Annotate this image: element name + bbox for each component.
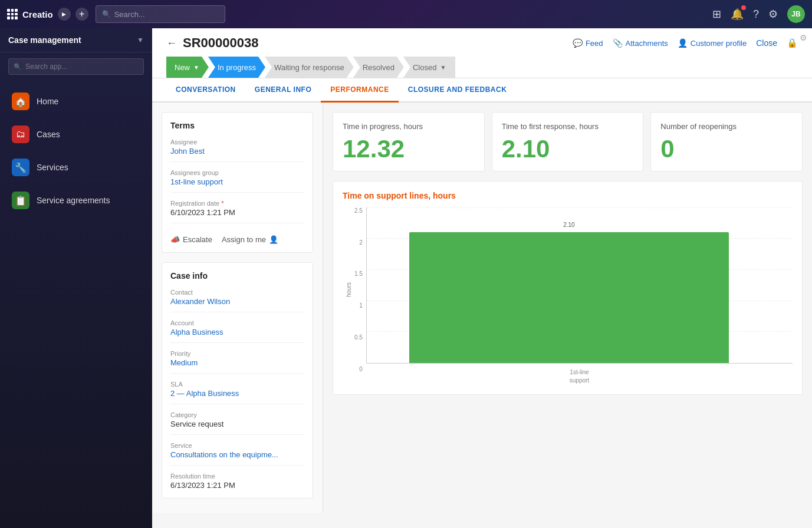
y-axis-label-1: 1 [359, 302, 363, 309]
status-step-inprogress[interactable]: In progress [208, 57, 265, 78]
help-icon[interactable]: ? [753, 8, 759, 21]
tab-performance[interactable]: PERFORMANCE [321, 78, 399, 103]
sidebar-item-home[interactable]: 🏠 Home [4, 85, 149, 117]
lock-icon[interactable]: 🔒 [787, 38, 798, 48]
settings-icon[interactable]: ⚙ [768, 8, 778, 21]
metrics-row: Time in progress, hours 12.32 Time to fi… [333, 112, 803, 171]
priority-value[interactable]: Medium [170, 358, 304, 367]
left-panel: Terms Assignee John Best Assignees group… [152, 103, 323, 513]
play-button[interactable]: ▶ [58, 8, 71, 21]
contact-value[interactable]: Alexander Wilson [170, 297, 304, 306]
status-bar: New ▼ In progress Waiting for response R… [166, 57, 798, 78]
sidebar-dropdown-icon[interactable]: ▼ [137, 36, 144, 44]
sidebar-item-services[interactable]: 🔧 Services [4, 151, 149, 183]
metric-value-time-in-progress: 12.32 [343, 137, 475, 161]
metric-card-reopenings: Number of reopenings 0 [650, 112, 803, 171]
right-panel: Time in progress, hours 12.32 Time to fi… [323, 103, 812, 513]
resolution-time-value: 6/13/2023 1:21 PM [170, 481, 304, 490]
sidebar-item-cases[interactable]: 🗂 Cases [4, 118, 149, 150]
customer-profile-icon: 👤 [678, 38, 688, 48]
chart-title: Time on support lines, hours [343, 191, 793, 200]
resolution-time-field: Resolution time 6/13/2023 1:21 PM [170, 473, 304, 490]
contact-label: Contact [170, 289, 304, 296]
status-dropdown-new[interactable]: ▼ [193, 64, 199, 71]
status-label-resolved: Resolved [363, 63, 395, 72]
grid-icon[interactable] [7, 9, 18, 19]
add-button[interactable]: + [75, 8, 88, 21]
avatar[interactable]: JB [787, 5, 805, 23]
chart-bar-value-label: 2.10 [563, 222, 574, 228]
back-button[interactable]: ← [166, 38, 177, 48]
customer-profile-link[interactable]: 👤 Customer profile [678, 38, 747, 48]
y-axis-label-25: 2.5 [354, 207, 363, 214]
attachments-link[interactable]: 📎 Attachments [613, 38, 668, 48]
chart-y-axis-label: hours [346, 282, 352, 297]
service-label: Service [170, 442, 304, 449]
page-settings-icon[interactable]: ⚙ [800, 33, 807, 42]
metric-label-reopenings: Number of reopenings [660, 122, 793, 132]
escalate-button[interactable]: 📣 Escalate [170, 235, 212, 244]
account-value[interactable]: Alpha Business [170, 328, 304, 336]
status-dropdown-closed[interactable]: ▼ [440, 64, 446, 71]
assign-to-me-button[interactable]: Assign to me 👤 [222, 235, 278, 244]
metric-value-first-response: 2.10 [502, 137, 634, 161]
feed-link[interactable]: 💬 Feed [573, 38, 603, 48]
page-title: SR00000038 [183, 35, 258, 51]
chart-bar-1st-line: 2.10 [409, 232, 729, 363]
status-step-waiting[interactable]: Waiting for response [265, 57, 354, 78]
chart-card: Time on support lines, hours hours 2.5 2… [333, 181, 803, 395]
chart-plot: 2.10 [366, 207, 793, 364]
attachments-label: Attachments [626, 39, 668, 48]
global-search[interactable]: 🔍 [96, 5, 225, 23]
assign-icon: 👤 [269, 235, 278, 244]
service-value[interactable]: Consultations on the equipme... [170, 450, 304, 459]
tab-conversation[interactable]: CONVERSATION [166, 78, 245, 103]
notification-icon[interactable]: 🔔 [731, 8, 744, 21]
registration-date-field: Registration date * 6/10/2023 1:21 PM [170, 200, 304, 223]
tab-closure-feedback[interactable]: CLOSURE AND FEEDBACK [399, 78, 517, 103]
gridline-1 [367, 207, 793, 208]
resolution-time-label: Resolution time [170, 473, 304, 480]
sidebar-search-input[interactable] [25, 62, 139, 71]
sidebar-title: Case management [8, 35, 81, 45]
y-axis-label-2: 2 [359, 239, 363, 246]
assignee-value[interactable]: John Best [170, 147, 304, 156]
assignees-group-value[interactable]: 1st-line support [170, 177, 304, 186]
notification-badge [741, 5, 746, 10]
status-step-resolved[interactable]: Resolved [353, 57, 404, 78]
tab-general-info[interactable]: GENERAL INFO [245, 78, 321, 103]
priority-label: Priority [170, 350, 304, 357]
metric-label-time-in-progress: Time in progress, hours [343, 122, 475, 132]
status-step-closed[interactable]: Closed ▼ [403, 57, 455, 78]
home-icon: 🏠 [12, 93, 29, 110]
feed-label: Feed [586, 39, 603, 48]
sidebar-search-box[interactable]: 🔍 [8, 58, 144, 75]
status-label-closed: Closed [413, 63, 436, 72]
y-axis-label-05: 0.5 [354, 334, 363, 341]
search-input[interactable] [114, 10, 219, 19]
nav-right: ⊞ 🔔 ? ⚙ JB [712, 5, 805, 23]
metric-card-first-response: Time to first response, hours 2.10 [492, 112, 644, 171]
registration-date-value: 6/10/2023 1:21 PM [170, 208, 304, 217]
service-agreements-icon: 📋 [12, 192, 29, 209]
sidebar-item-service-agreements[interactable]: 📋 Service agreements [4, 184, 149, 216]
chart-x-label-1st-line: 1st-line support [366, 366, 793, 385]
terms-actions-row: 📣 Escalate Assign to me 👤 [170, 230, 304, 244]
service-field: Service Consultations on the equipme... [170, 442, 304, 466]
terms-section: Terms Assignee John Best Assignees group… [162, 112, 313, 253]
logo-area: Creatio ▶ + [7, 8, 88, 21]
assignee-field: Assignee John Best [170, 138, 304, 162]
apps-icon[interactable]: ⊞ [712, 8, 721, 21]
case-info-section: Case info Contact Alexander Wilson Accou… [162, 262, 313, 499]
sla-value[interactable]: 2 — Alpha Business [170, 389, 304, 398]
sidebar-label-services: Services [37, 163, 68, 172]
page-header-back: ← SR00000038 [166, 35, 258, 51]
case-info-title: Case info [170, 271, 304, 280]
status-label-new: New [175, 63, 190, 72]
assign-to-me-label: Assign to me [222, 235, 266, 244]
main-content: ⚙ ← SR00000038 💬 Feed 📎 Attachments 👤 Cu… [152, 28, 812, 528]
status-step-new[interactable]: New ▼ [166, 57, 209, 78]
y-axis-label-0: 0 [359, 366, 363, 372]
close-button[interactable]: Close [756, 38, 777, 48]
tabs-row: CONVERSATION GENERAL INFO PERFORMANCE CL… [152, 78, 812, 103]
